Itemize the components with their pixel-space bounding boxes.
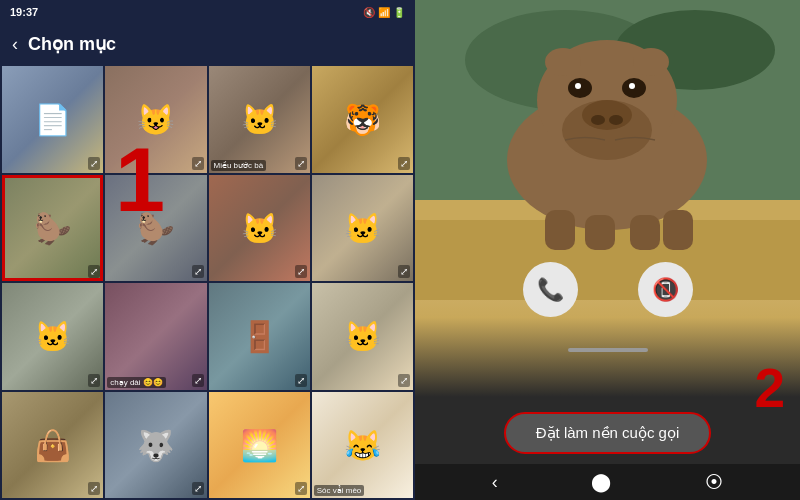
decline-icon: 📵 [652,277,679,303]
svg-point-16 [633,48,669,76]
accept-icon: 📞 [537,277,564,303]
call-buttons: 📞 📵 [415,242,800,337]
accept-call-button[interactable]: 📞 [523,262,578,317]
expand-icon-11: ⤢ [295,374,307,387]
set-wallpaper-button[interactable]: Đặt làm nền cuộc gọi [504,412,712,454]
time-display: 19:37 [10,6,38,18]
svg-point-14 [629,83,635,89]
grid-item-3[interactable]: 🐱⤢Miều bước bà [209,66,310,173]
decline-call-button[interactable]: 📵 [638,262,693,317]
svg-point-15 [545,48,581,76]
expand-icon-7: ⤢ [295,265,307,278]
phone-preview: 📞 📵 [415,0,800,397]
svg-point-10 [609,115,623,125]
expand-icon-8: ⤢ [398,265,410,278]
svg-point-13 [575,83,581,89]
expand-icon-12: ⤢ [398,374,410,387]
swipe-bar [568,348,648,352]
svg-point-9 [591,115,605,125]
photo-grid: 📄⤢😺⤢🐱⤢Miều bước bà🐯⤢🦫⤢🦫⤢🐱⤢🐱⤢🐱⤢⤢chạy dài … [0,64,415,500]
nav-home-button[interactable]: ⬤ [591,471,611,493]
grid-item-2[interactable]: 😺⤢ [105,66,206,173]
expand-icon-9: ⤢ [88,374,100,387]
grid-item-4[interactable]: 🐯⤢ [312,66,413,173]
right-panel: 📞 📵 2 Đặt làm nền cuộc gọi ‹ ⬤ ⦿ [415,0,800,500]
header: ‹ Chọn mục [0,24,415,64]
nav-bar: ‹ ⬤ ⦿ [415,464,800,500]
grid-item-1[interactable]: 📄⤢ [2,66,103,173]
status-icons: 🔇 📶 🔋 [363,7,405,18]
step-number-2: 2 [754,356,785,420]
expand-icon-2: ⤢ [192,157,204,170]
expand-icon-5: ⤢ [88,265,100,278]
bottom-section: Đặt làm nền cuộc gọi [415,397,800,464]
grid-item-label-3: Miều bước bà [211,160,267,171]
grid-item-11[interactable]: 🚪⤢ [209,283,310,390]
expand-icon-14: ⤢ [192,482,204,495]
expand-icon-13: ⤢ [88,482,100,495]
status-bar: 19:37 🔇 📶 🔋 [0,0,415,24]
back-button[interactable]: ‹ [12,34,18,55]
expand-icon-10: ⤢ [192,374,204,387]
grid-item-8[interactable]: 🐱⤢ [312,175,413,282]
grid-item-label-10: chạy dài 😊😊 [107,377,166,388]
status-icon-group: 🔇 📶 🔋 [363,7,405,18]
svg-point-8 [582,100,632,130]
expand-icon-15: ⤢ [295,482,307,495]
expand-icon-3: ⤢ [295,157,307,170]
grid-item-label-16: Sóc vải mèo [314,485,365,496]
nav-recent-button[interactable]: ⦿ [705,472,723,493]
grid-item-10[interactable]: ⤢chạy dài 😊😊 [105,283,206,390]
nav-back-button[interactable]: ‹ [492,472,498,493]
wallpaper-preview: 📞 📵 [415,0,800,397]
grid-item-12[interactable]: 🐱⤢ [312,283,413,390]
grid-item-7[interactable]: 🐱⤢ [209,175,310,282]
grid-item-6[interactable]: 🦫⤢ [105,175,206,282]
grid-item-9[interactable]: 🐱⤢ [2,283,103,390]
expand-icon-1: ⤢ [88,157,100,170]
expand-icon-4: ⤢ [398,157,410,170]
grid-item-13[interactable]: 👜⤢ [2,392,103,499]
grid-item-14[interactable]: 🐺⤢ [105,392,206,499]
grid-item-16[interactable]: 😹Sóc vải mèo [312,392,413,499]
grid-item-5[interactable]: 🦫⤢ [2,175,103,282]
page-title: Chọn mục [28,33,116,55]
left-panel: 19:37 🔇 📶 🔋 ‹ Chọn mục 📄⤢😺⤢🐱⤢Miều bước b… [0,0,415,500]
expand-icon-6: ⤢ [192,265,204,278]
grid-item-15[interactable]: 🌅⤢ [209,392,310,499]
